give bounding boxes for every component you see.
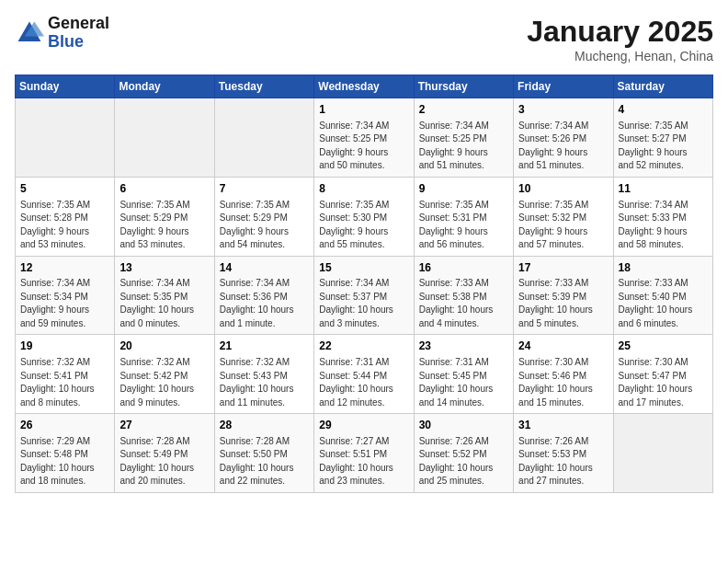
calendar-cell: 10Sunrise: 7:35 AM Sunset: 5:32 PM Dayli…: [514, 177, 613, 256]
calendar-table: SundayMondayTuesdayWednesdayThursdayFrid…: [15, 75, 713, 493]
day-number: 6: [119, 181, 209, 197]
calendar-cell: 1Sunrise: 7:34 AM Sunset: 5:25 PM Daylig…: [314, 98, 414, 178]
page-header: General Blue January 2025 Mucheng, Henan…: [15, 15, 713, 63]
calendar-cell: 11Sunrise: 7:34 AM Sunset: 5:33 PM Dayli…: [613, 177, 712, 256]
logo: General Blue: [15, 15, 109, 52]
calendar-cell: 12Sunrise: 7:34 AM Sunset: 5:34 PM Dayli…: [16, 256, 115, 335]
day-number: 26: [20, 418, 109, 433]
calendar-cell: 18Sunrise: 7:33 AM Sunset: 5:40 PM Dayli…: [613, 256, 712, 335]
logo-text: General Blue: [48, 15, 109, 52]
day-info: Sunrise: 7:30 AM Sunset: 5:47 PM Dayligh…: [619, 356, 708, 409]
day-info: Sunrise: 7:35 AM Sunset: 5:28 PM Dayligh…: [20, 199, 109, 252]
calendar-week-1: 1Sunrise: 7:34 AM Sunset: 5:25 PM Daylig…: [16, 98, 713, 178]
day-info: Sunrise: 7:34 AM Sunset: 5:33 PM Dayligh…: [619, 199, 708, 252]
day-info: Sunrise: 7:27 AM Sunset: 5:51 PM Dayligh…: [319, 435, 408, 488]
day-header-friday: Friday: [514, 75, 613, 98]
calendar-cell: [214, 98, 313, 178]
day-info: Sunrise: 7:34 AM Sunset: 5:26 PM Dayligh…: [518, 120, 608, 173]
day-number: 31: [518, 418, 608, 433]
day-info: Sunrise: 7:29 AM Sunset: 5:48 PM Dayligh…: [20, 435, 109, 488]
day-number: 1: [319, 102, 408, 118]
calendar-cell: [115, 98, 214, 178]
calendar-cell: 4Sunrise: 7:35 AM Sunset: 5:27 PM Daylig…: [613, 98, 712, 178]
day-info: Sunrise: 7:34 AM Sunset: 5:25 PM Dayligh…: [419, 120, 508, 173]
calendar-cell: 16Sunrise: 7:33 AM Sunset: 5:38 PM Dayli…: [414, 256, 513, 335]
logo-line1: General: [48, 14, 109, 32]
day-header-saturday: Saturday: [613, 75, 712, 98]
day-number: 9: [419, 181, 508, 197]
day-number: 27: [119, 418, 209, 433]
calendar-cell: 9Sunrise: 7:35 AM Sunset: 5:31 PM Daylig…: [414, 177, 513, 256]
calendar-cell: 25Sunrise: 7:30 AM Sunset: 5:47 PM Dayli…: [613, 335, 712, 414]
day-info: Sunrise: 7:34 AM Sunset: 5:25 PM Dayligh…: [319, 120, 408, 173]
title-block: January 2025 Mucheng, Henan, China: [527, 15, 713, 63]
day-number: 4: [619, 102, 708, 118]
day-number: 30: [419, 418, 508, 433]
day-info: Sunrise: 7:26 AM Sunset: 5:53 PM Dayligh…: [518, 435, 608, 488]
calendar-cell: 5Sunrise: 7:35 AM Sunset: 5:28 PM Daylig…: [16, 177, 115, 256]
day-number: 12: [20, 260, 109, 276]
location: Mucheng, Henan, China: [527, 49, 713, 63]
day-number: 23: [419, 339, 508, 354]
day-number: 2: [419, 102, 508, 118]
logo-icon: [15, 18, 44, 48]
day-info: Sunrise: 7:33 AM Sunset: 5:38 PM Dayligh…: [419, 277, 508, 330]
calendar-cell: 6Sunrise: 7:35 AM Sunset: 5:29 PM Daylig…: [115, 177, 214, 256]
calendar-cell: 3Sunrise: 7:34 AM Sunset: 5:26 PM Daylig…: [514, 98, 613, 178]
calendar-cell: 22Sunrise: 7:31 AM Sunset: 5:44 PM Dayli…: [314, 335, 414, 414]
day-info: Sunrise: 7:30 AM Sunset: 5:46 PM Dayligh…: [518, 356, 608, 409]
day-info: Sunrise: 7:28 AM Sunset: 5:49 PM Dayligh…: [119, 435, 209, 488]
calendar-cell: [613, 414, 712, 493]
day-number: 11: [619, 181, 708, 197]
calendar-cell: 17Sunrise: 7:33 AM Sunset: 5:39 PM Dayli…: [514, 256, 613, 335]
month-title: January 2025: [527, 15, 713, 49]
day-info: Sunrise: 7:32 AM Sunset: 5:42 PM Dayligh…: [119, 356, 209, 409]
day-number: 22: [319, 339, 408, 354]
calendar-week-3: 12Sunrise: 7:34 AM Sunset: 5:34 PM Dayli…: [16, 256, 713, 335]
day-number: 20: [119, 339, 209, 354]
calendar-cell: 13Sunrise: 7:34 AM Sunset: 5:35 PM Dayli…: [115, 256, 214, 335]
day-number: 10: [518, 181, 608, 197]
calendar-cell: 28Sunrise: 7:28 AM Sunset: 5:50 PM Dayli…: [214, 414, 313, 493]
calendar-week-5: 26Sunrise: 7:29 AM Sunset: 5:48 PM Dayli…: [16, 414, 713, 493]
day-header-tuesday: Tuesday: [214, 75, 313, 98]
day-header-thursday: Thursday: [414, 75, 513, 98]
day-info: Sunrise: 7:35 AM Sunset: 5:31 PM Dayligh…: [419, 199, 508, 252]
calendar-cell: 8Sunrise: 7:35 AM Sunset: 5:30 PM Daylig…: [314, 177, 414, 256]
day-number: 25: [619, 339, 708, 354]
calendar-cell: 26Sunrise: 7:29 AM Sunset: 5:48 PM Dayli…: [16, 414, 115, 493]
calendar-cell: 29Sunrise: 7:27 AM Sunset: 5:51 PM Dayli…: [314, 414, 414, 493]
calendar-cell: 20Sunrise: 7:32 AM Sunset: 5:42 PM Dayli…: [115, 335, 214, 414]
logo-line2: Blue: [48, 32, 84, 51]
day-number: 7: [220, 181, 309, 197]
day-number: 19: [20, 339, 109, 354]
day-info: Sunrise: 7:33 AM Sunset: 5:39 PM Dayligh…: [518, 277, 608, 330]
day-info: Sunrise: 7:34 AM Sunset: 5:36 PM Dayligh…: [220, 277, 309, 330]
calendar-cell: 14Sunrise: 7:34 AM Sunset: 5:36 PM Dayli…: [214, 256, 313, 335]
day-info: Sunrise: 7:33 AM Sunset: 5:40 PM Dayligh…: [619, 277, 708, 330]
day-info: Sunrise: 7:35 AM Sunset: 5:30 PM Dayligh…: [319, 199, 408, 252]
calendar-cell: 15Sunrise: 7:34 AM Sunset: 5:37 PM Dayli…: [314, 256, 414, 335]
calendar-cell: 30Sunrise: 7:26 AM Sunset: 5:52 PM Dayli…: [414, 414, 513, 493]
day-header-monday: Monday: [115, 75, 214, 98]
calendar-cell: 21Sunrise: 7:32 AM Sunset: 5:43 PM Dayli…: [214, 335, 313, 414]
day-number: 14: [220, 260, 309, 276]
day-header-sunday: Sunday: [16, 75, 115, 98]
day-number: 16: [419, 260, 508, 276]
day-info: Sunrise: 7:34 AM Sunset: 5:34 PM Dayligh…: [20, 277, 109, 330]
calendar-cell: 7Sunrise: 7:35 AM Sunset: 5:29 PM Daylig…: [214, 177, 313, 256]
day-number: 24: [518, 339, 608, 354]
calendar-week-2: 5Sunrise: 7:35 AM Sunset: 5:28 PM Daylig…: [16, 177, 713, 256]
day-number: 13: [119, 260, 209, 276]
day-info: Sunrise: 7:35 AM Sunset: 5:29 PM Dayligh…: [220, 199, 309, 252]
calendar-cell: 27Sunrise: 7:28 AM Sunset: 5:49 PM Dayli…: [115, 414, 214, 493]
calendar-cell: [16, 98, 115, 178]
day-number: 3: [518, 102, 608, 118]
calendar-cell: 2Sunrise: 7:34 AM Sunset: 5:25 PM Daylig…: [414, 98, 513, 178]
day-info: Sunrise: 7:34 AM Sunset: 5:37 PM Dayligh…: [319, 277, 408, 330]
day-number: 15: [319, 260, 408, 276]
day-info: Sunrise: 7:32 AM Sunset: 5:43 PM Dayligh…: [220, 356, 309, 409]
day-number: 21: [220, 339, 309, 354]
day-header-wednesday: Wednesday: [314, 75, 414, 98]
day-info: Sunrise: 7:32 AM Sunset: 5:41 PM Dayligh…: [20, 356, 109, 409]
